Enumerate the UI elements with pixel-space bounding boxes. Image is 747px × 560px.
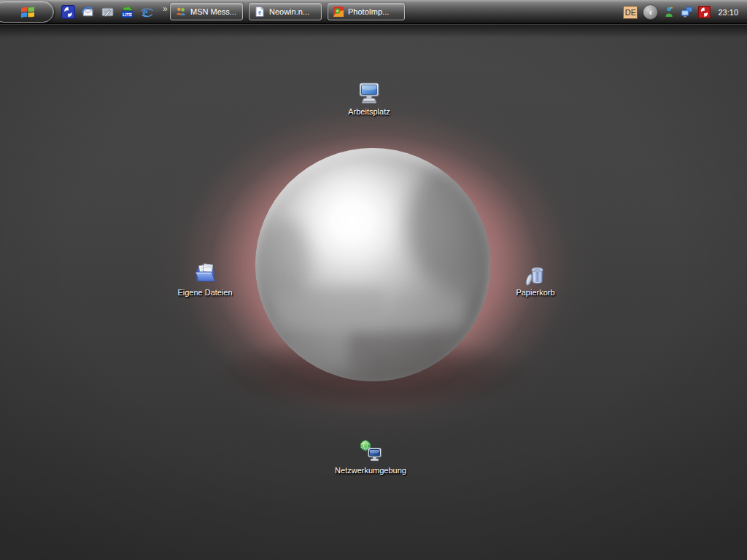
start-button[interactable]: [0, 1, 54, 23]
svg-text:LITE: LITE: [123, 12, 132, 17]
language-indicator[interactable]: DE: [623, 6, 638, 19]
taskbar-button-neowin[interactable]: e Neowin.n...: [249, 3, 322, 20]
desktop-icon-label: Netzwerkumgebung: [335, 466, 406, 475]
msn-messenger-icon: [175, 6, 187, 18]
red-swoosh-app-icon[interactable]: [698, 6, 711, 18]
blue-swoosh-app-icon[interactable]: [61, 5, 75, 19]
desktop-wallpaper: Arbeitsplatz Eigene Dateien: [0, 25, 747, 560]
tray-collapse-chevron[interactable]: ‹: [643, 4, 658, 20]
quick-launch-bar: LITE e »: [61, 0, 168, 24]
show-desktop-icon[interactable]: [101, 5, 115, 19]
taskbar-button-photoimpact[interactable]: PhotoImp...: [328, 3, 405, 20]
internet-explorer-icon[interactable]: e: [140, 5, 154, 19]
taskbar-button-msn-messenger[interactable]: MSN Mess...: [170, 3, 243, 20]
ie-document-icon: e: [254, 6, 266, 18]
quick-launch-overflow-chevron[interactable]: »: [163, 4, 168, 13]
taskbar-window-buttons: MSN Mess... e Neowin.n... PhotoImp...: [170, 3, 405, 20]
taskbar: LITE e » MSN Mess...: [0, 0, 747, 24]
taskbar-button-label: MSN Mess...: [190, 7, 236, 16]
my-documents-icon: [193, 261, 217, 286]
desktop-icon-network-places[interactable]: Netzwerkumgebung: [330, 439, 411, 475]
desktop-screen: Arbeitsplatz Eigene Dateien: [0, 0, 747, 560]
lite-app-icon[interactable]: LITE: [120, 5, 134, 19]
taskbar-button-label: PhotoImp...: [348, 7, 389, 16]
desktop-icon-label: Eigene Dateien: [177, 288, 232, 297]
network-places-icon: [358, 439, 383, 464]
tray-clock[interactable]: 23:10: [718, 8, 738, 17]
taskbar-button-label: Neowin.n...: [269, 7, 309, 16]
desktop-icon-label: Papierkorb: [516, 288, 554, 297]
recycle-bin-icon: [523, 261, 548, 286]
system-tray: DE ‹ 23:10: [623, 0, 747, 24]
wallpaper-chrome-sphere: [255, 148, 490, 381]
desktop-icon-recycle-bin[interactable]: Papierkorb: [495, 261, 576, 297]
svg-text:e: e: [258, 9, 261, 16]
messenger-status-icon[interactable]: [663, 6, 676, 18]
desktop-icon-label: Arbeitsplatz: [348, 107, 390, 116]
photoimpact-icon: [333, 6, 344, 18]
desktop-icon-my-computer[interactable]: Arbeitsplatz: [329, 80, 409, 116]
network-connection-icon[interactable]: [681, 6, 693, 18]
outlook-express-icon[interactable]: [81, 5, 95, 19]
desktop-icon-my-documents[interactable]: Eigene Dateien: [165, 261, 245, 297]
windows-flag-icon: [20, 5, 36, 19]
my-computer-icon: [357, 80, 382, 105]
